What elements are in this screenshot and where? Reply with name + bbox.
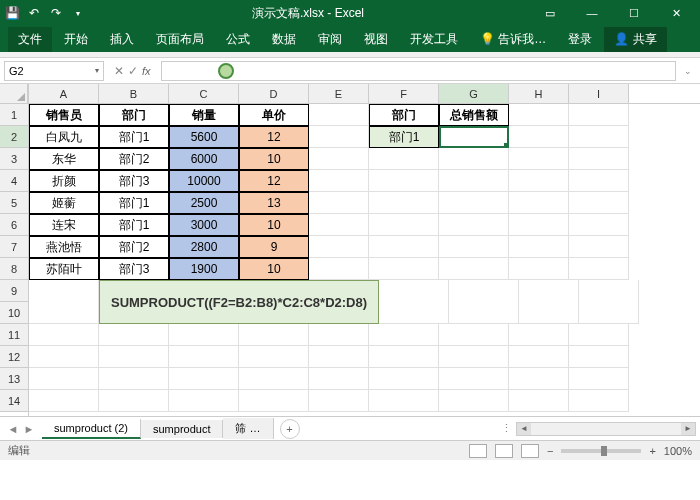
col-header[interactable]: I	[569, 84, 629, 103]
close-button[interactable]: ✕	[656, 1, 696, 25]
cell[interactable]: 6000	[169, 148, 239, 170]
cell[interactable]	[509, 390, 569, 412]
cell[interactable]	[99, 368, 169, 390]
cell[interactable]: 姬蘅	[29, 192, 99, 214]
col-header[interactable]: A	[29, 84, 99, 103]
col-header[interactable]: C	[169, 84, 239, 103]
cell[interactable]	[439, 148, 509, 170]
row-header[interactable]: 7	[0, 236, 28, 258]
cell[interactable]	[569, 192, 629, 214]
share-button[interactable]: 👤 共享	[604, 27, 666, 52]
cell[interactable]	[509, 214, 569, 236]
cell[interactable]: 折颜	[29, 170, 99, 192]
select-all-corner[interactable]	[0, 84, 28, 104]
cell[interactable]: 东华	[29, 148, 99, 170]
cell[interactable]	[569, 104, 629, 126]
cell[interactable]: 部门2	[99, 236, 169, 258]
cell[interactable]	[29, 324, 99, 346]
cell[interactable]: 部门	[99, 104, 169, 126]
cell[interactable]	[439, 346, 509, 368]
save-icon[interactable]: 💾	[4, 5, 20, 21]
sheet-tab[interactable]: sumproduct	[141, 420, 223, 438]
cell[interactable]	[99, 346, 169, 368]
cell[interactable]: 销量	[169, 104, 239, 126]
cell[interactable]	[509, 104, 569, 126]
cell[interactable]	[309, 126, 369, 148]
cell[interactable]	[369, 236, 439, 258]
row-header[interactable]: 3	[0, 148, 28, 170]
tab-layout[interactable]: 页面布局	[146, 27, 214, 52]
cell[interactable]	[309, 192, 369, 214]
cell[interactable]	[509, 170, 569, 192]
cell[interactable]	[439, 368, 509, 390]
cancel-icon[interactable]: ✕	[114, 64, 124, 78]
row-header[interactable]: 10	[0, 302, 28, 324]
cell[interactable]: 1900	[169, 258, 239, 280]
cell[interactable]	[439, 258, 509, 280]
cell[interactable]	[569, 390, 629, 412]
cell[interactable]: 12	[239, 170, 309, 192]
sheet-tab[interactable]: sumproduct (2)	[42, 419, 141, 439]
cell[interactable]	[439, 192, 509, 214]
cell[interactable]	[519, 280, 579, 324]
cell[interactable]	[369, 390, 439, 412]
row-header[interactable]: 9	[0, 280, 28, 302]
cell[interactable]	[369, 346, 439, 368]
cell[interactable]	[29, 368, 99, 390]
cell[interactable]	[569, 170, 629, 192]
cell[interactable]: 部门1	[99, 214, 169, 236]
fx-icon[interactable]: fx	[142, 65, 151, 77]
cell[interactable]	[169, 324, 239, 346]
formula-display-cell[interactable]: SUMPRODUCT((F2=B2:B8)*C2:C8*D2:D8)	[99, 280, 379, 324]
cell[interactable]	[309, 148, 369, 170]
zoom-level[interactable]: 100%	[664, 445, 692, 457]
cell[interactable]	[509, 368, 569, 390]
sheet-nav-prev-icon[interactable]: ◄	[6, 423, 20, 435]
scroll-left-icon[interactable]: ◄	[517, 423, 531, 435]
row-header[interactable]: 6	[0, 214, 28, 236]
qat-dropdown-icon[interactable]: ▾	[70, 5, 86, 21]
expand-formula-bar-icon[interactable]: ⌄	[680, 66, 696, 76]
row-header[interactable]: 4	[0, 170, 28, 192]
scroll-split-icon[interactable]: ⋮	[501, 422, 512, 435]
maximize-button[interactable]: ☐	[614, 1, 654, 25]
tab-view[interactable]: 视图	[354, 27, 398, 52]
tab-insert[interactable]: 插入	[100, 27, 144, 52]
cell[interactable]	[239, 390, 309, 412]
cell[interactable]	[509, 324, 569, 346]
row-header[interactable]: 12	[0, 346, 28, 368]
cell[interactable]: 10000	[169, 170, 239, 192]
row-header[interactable]: 14	[0, 390, 28, 412]
cell[interactable]	[309, 390, 369, 412]
cell[interactable]	[369, 148, 439, 170]
login-button[interactable]: 登录	[558, 27, 602, 52]
cell[interactable]: 2500	[169, 192, 239, 214]
formula-bar[interactable]	[161, 61, 676, 81]
cell[interactable]	[509, 126, 569, 148]
cell[interactable]: 10	[239, 214, 309, 236]
cell[interactable]	[569, 236, 629, 258]
row-header[interactable]: 8	[0, 258, 28, 280]
cell[interactable]: 部门3	[99, 258, 169, 280]
tab-review[interactable]: 审阅	[308, 27, 352, 52]
sheet-nav-next-icon[interactable]: ►	[22, 423, 36, 435]
row-header[interactable]: 2	[0, 126, 28, 148]
cell[interactable]	[29, 390, 99, 412]
cell[interactable]	[369, 192, 439, 214]
view-normal-icon[interactable]	[469, 444, 487, 458]
ribbon-options-icon[interactable]: ▭	[530, 1, 570, 25]
cell[interactable]	[509, 346, 569, 368]
cell[interactable]	[439, 324, 509, 346]
cell[interactable]	[309, 236, 369, 258]
cell[interactable]	[569, 346, 629, 368]
cells[interactable]: 销售员 部门 销量 单价 部门 总销售额 白凤九 部门1 5600 12 部门1	[29, 104, 700, 412]
cell[interactable]: 5600	[169, 126, 239, 148]
cell[interactable]: 单价	[239, 104, 309, 126]
cell[interactable]: 部门2	[99, 148, 169, 170]
zoom-out-icon[interactable]: −	[547, 445, 553, 457]
row-header[interactable]: 11	[0, 324, 28, 346]
cell[interactable]	[99, 324, 169, 346]
col-header[interactable]: D	[239, 84, 309, 103]
sheet-tab[interactable]: 筛 …	[223, 418, 273, 439]
cell[interactable]	[239, 346, 309, 368]
